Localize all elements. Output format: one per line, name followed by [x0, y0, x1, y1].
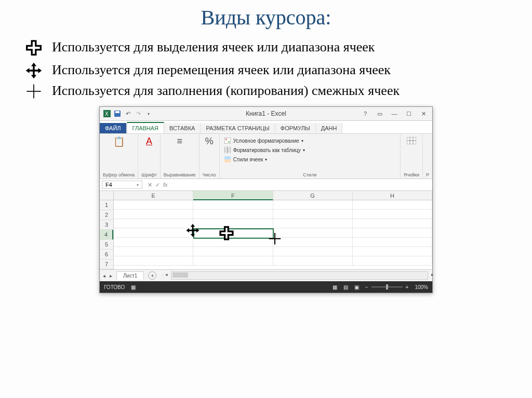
cell[interactable] — [193, 219, 273, 228]
row-header[interactable]: 6 — [100, 250, 113, 259]
cursor-move-row: Используется для перемещения ячеек или д… — [16, 62, 532, 79]
ribbon-styles: Условное форматирование▾ Форматировать к… — [220, 134, 401, 179]
conditional-format-button[interactable]: Условное форматирование▾ — [224, 137, 396, 144]
cells-icon — [407, 136, 416, 147]
undo-icon[interactable]: ↶ — [124, 109, 132, 118]
ribbon-cells[interactable]: Ячейки — [401, 134, 423, 179]
cell[interactable] — [193, 256, 273, 266]
excel-screenshot: X ↶ ↷ ▾ Книга1 - Excel ? ▭ — ☐ ✕ ФАЙЛ ГЛ… — [99, 106, 433, 293]
qat-dropdown-icon[interactable]: ▾ — [144, 109, 153, 118]
row-header[interactable]: 7 — [100, 259, 113, 269]
cell-styles-button[interactable]: Стили ячеек▾ — [224, 156, 396, 163]
cell[interactable] — [273, 256, 353, 266]
ribbon-options-icon[interactable]: ▭ — [373, 108, 387, 119]
cell[interactable] — [273, 238, 353, 247]
cell[interactable] — [193, 238, 273, 247]
cell[interactable] — [353, 238, 432, 247]
col-header[interactable]: G — [273, 191, 353, 200]
tab-layout[interactable]: РАЗМЕТКА СТРАНИЦЫ — [201, 123, 275, 133]
cell[interactable] — [353, 256, 432, 266]
ribbon-clipboard[interactable]: 📋 Буфер обмена — [100, 134, 138, 179]
col-header[interactable]: F — [193, 191, 273, 200]
cell[interactable] — [273, 200, 353, 210]
ribbon-font[interactable]: A Шрифт — [138, 134, 161, 179]
formula-bar: F4 ▾ ✕ ✓ fx — [100, 179, 432, 191]
zoom-level[interactable]: 100% — [415, 284, 428, 290]
cell[interactable] — [114, 247, 193, 256]
horizontal-scrollbar[interactable]: ◂ ▸ — [171, 271, 428, 280]
namebox-dropdown-icon[interactable]: ▾ — [137, 183, 139, 187]
view-break-icon[interactable]: ▣ — [354, 284, 359, 290]
cell[interactable] — [353, 228, 432, 238]
row-header[interactable]: 4 — [100, 230, 113, 240]
selected-cell-F4[interactable] — [193, 228, 274, 239]
sheet-nav-next-icon[interactable]: ▸ — [110, 273, 112, 279]
cell[interactable] — [353, 210, 432, 219]
close-icon[interactable]: ✕ — [417, 108, 430, 119]
cell[interactable] — [114, 210, 193, 219]
select-cursor-icon — [16, 39, 52, 59]
format-table-button[interactable]: Форматировать как таблицу▾ — [224, 146, 396, 154]
svg-rect-5 — [115, 111, 119, 113]
zoom-slider[interactable]: − + — [365, 284, 409, 290]
tab-data[interactable]: ДАНН — [316, 123, 343, 133]
tab-formulas[interactable]: ФОРМУЛЫ — [275, 123, 316, 133]
fx-icon[interactable]: fx — [163, 182, 168, 188]
accept-formula-icon[interactable]: ✓ — [155, 182, 160, 188]
redo-icon[interactable]: ↷ — [134, 109, 142, 118]
tab-insert[interactable]: ВСТАВКА — [164, 123, 201, 133]
cell[interactable] — [273, 210, 353, 219]
svg-rect-8 — [228, 141, 230, 143]
cell[interactable] — [353, 247, 432, 256]
zoom-out-icon[interactable]: − — [365, 284, 368, 290]
cell-grid[interactable]: EFGH 1234567 — [100, 191, 432, 269]
cursor-select-row: Используется для выделения ячеек или диа… — [16, 39, 532, 59]
view-layout-icon[interactable]: ▤ — [343, 284, 348, 290]
tab-home[interactable]: ГЛАВНАЯ — [127, 122, 164, 133]
cell[interactable] — [353, 219, 432, 228]
cell[interactable] — [114, 228, 193, 238]
cell[interactable] — [353, 200, 432, 210]
ribbon-number[interactable]: % Число — [200, 134, 220, 179]
svg-rect-7 — [225, 139, 227, 140]
name-box[interactable]: F4 ▾ — [102, 181, 142, 189]
cell[interactable] — [193, 210, 273, 219]
sheet-tab[interactable]: Лист1 — [116, 271, 144, 280]
cell[interactable] — [193, 200, 273, 210]
col-header[interactable]: H — [353, 191, 432, 200]
cell[interactable] — [114, 219, 193, 228]
help-icon[interactable]: ? — [358, 108, 372, 119]
cell[interactable] — [273, 219, 353, 228]
cell[interactable] — [114, 256, 193, 266]
window-title: Книга1 - Excel — [246, 110, 286, 117]
svg-rect-6 — [224, 138, 231, 144]
ribbon-edit[interactable]: Р — [423, 134, 432, 179]
svg-text:X: X — [105, 111, 109, 117]
save-icon[interactable] — [113, 109, 122, 118]
excel-logo-icon: X — [103, 109, 111, 118]
sheet-nav-prev-icon[interactable]: ◂ — [103, 273, 105, 279]
new-sheet-icon[interactable]: + — [148, 271, 156, 280]
row-header[interactable]: 2 — [100, 210, 113, 220]
cell[interactable] — [114, 200, 193, 210]
row-header[interactable]: 3 — [100, 220, 113, 230]
cell[interactable] — [114, 238, 193, 247]
row-header[interactable]: 5 — [100, 240, 113, 250]
zoom-in-icon[interactable]: + — [406, 284, 409, 290]
macro-record-icon[interactable]: ▦ — [131, 284, 136, 290]
cell[interactable] — [273, 228, 353, 238]
maximize-icon[interactable]: ☐ — [402, 108, 416, 119]
status-text: ГОТОВО — [104, 284, 125, 290]
tab-file[interactable]: ФАЙЛ — [100, 123, 127, 133]
cell[interactable] — [273, 247, 353, 256]
view-normal-icon[interactable]: ▦ — [332, 284, 337, 290]
minimize-icon[interactable]: — — [388, 108, 401, 119]
cancel-formula-icon[interactable]: ✕ — [148, 182, 152, 188]
row-header[interactable]: 1 — [100, 200, 113, 210]
cell[interactable] — [193, 247, 273, 256]
ribbon: 📋 Буфер обмена A Шрифт ≡ Выравнивание % … — [100, 134, 432, 179]
col-header[interactable]: E — [114, 191, 193, 200]
ribbon-tabs: ФАЙЛ ГЛАВНАЯ ВСТАВКА РАЗМЕТКА СТРАНИЦЫ Ф… — [100, 121, 432, 134]
ribbon-align[interactable]: ≡ Выравнивание — [161, 134, 200, 179]
titlebar: X ↶ ↷ ▾ Книга1 - Excel ? ▭ — ☐ ✕ — [100, 107, 432, 121]
